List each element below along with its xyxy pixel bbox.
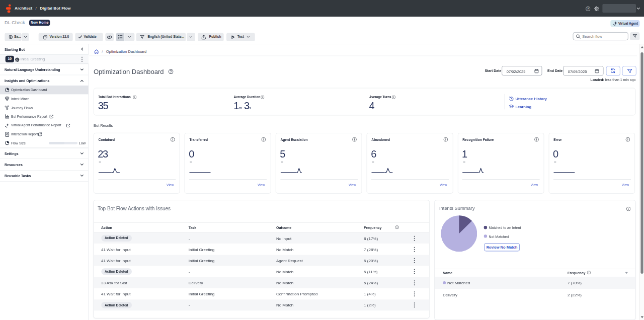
svg-text:?: ? bbox=[587, 7, 589, 10]
